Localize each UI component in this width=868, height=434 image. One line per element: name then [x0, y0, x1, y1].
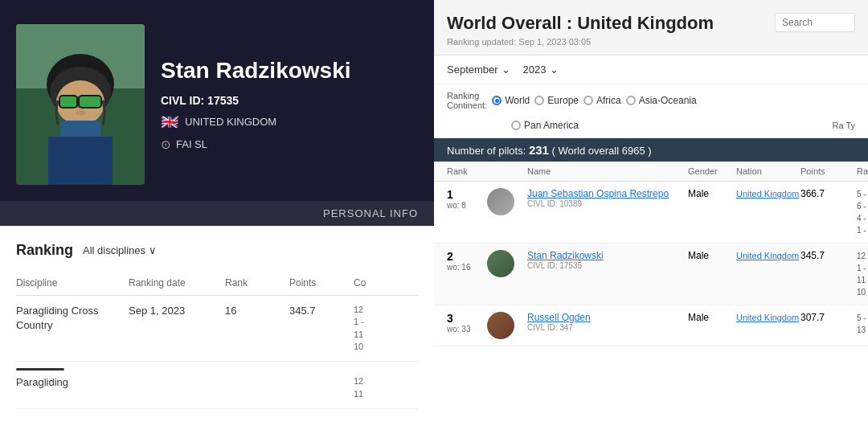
table-row: 1 wo: 8 Juan Sebastian Ospina Restrepo C… [434, 182, 868, 244]
nation-cell-1: United Kingdom [736, 188, 800, 199]
col-rankr-header: Rank / R [857, 166, 868, 176]
pilot-avatar-3 [487, 312, 514, 339]
ranking-title: Ranking [16, 242, 73, 259]
ranking-date-cell: Sep 1, 2023 [129, 304, 225, 318]
ranking-table-header: Discipline Ranking date Rank Points Co [16, 272, 418, 296]
radio-africa-dot[interactable] [583, 96, 593, 105]
ranking-section: Ranking All disciplines ∨ Discipline Ran… [0, 226, 434, 434]
col-nation-header: Nation [736, 166, 800, 176]
chevron-down-icon-2: ⌄ [550, 63, 559, 76]
avatar-cell-2 [487, 250, 527, 277]
country-row: 🇬🇧 UNITED KINGDOM [161, 113, 410, 131]
points-cell-1: 366.7 [800, 188, 857, 199]
radio-europe[interactable]: Europe [534, 95, 579, 106]
svg-rect-13 [48, 137, 113, 185]
extras-cell: 12 1 - 11 10 [354, 304, 402, 354]
name-cell-1: Juan Sebastian Ospina Restrepo CIVL ID: … [527, 188, 688, 208]
svg-rect-7 [79, 96, 101, 108]
rank-details-3: 5 - 105.0 13 - 93.4 [857, 312, 868, 336]
points-cell: 345.7 [289, 304, 354, 318]
check-icon: ⊙ [161, 137, 171, 152]
pilot-count-bar: Number of pilots: 231 ( World overall 69… [434, 138, 868, 162]
radio-pan-dot[interactable] [511, 121, 521, 130]
discipline-dropdown[interactable]: All disciplines ∨ [83, 244, 157, 256]
search-input[interactable] [775, 13, 855, 32]
points-cell-2: 345.7 [800, 250, 857, 261]
year-dropdown[interactable]: 2023 ⌄ [523, 63, 559, 76]
rank-cell-2: 2 wo: 16 [447, 250, 487, 272]
personal-info-bar[interactable]: PERSONAL INFO [0, 201, 434, 226]
right-table-header: Rank Name Gender Nation Points Rank / R [434, 162, 868, 182]
rank-type-label: Ra Ty [832, 121, 855, 130]
ranking-continent-label: RankingContinent: [447, 91, 487, 110]
radio-group: RankingContinent: World Europe Africa As… [434, 84, 868, 138]
avatar [16, 24, 145, 185]
right-panel: World Overall : United Kingdom Ranking u… [434, 0, 868, 434]
col-points-header: Points [800, 166, 857, 176]
nation-link-3[interactable]: United Kingdom [736, 312, 800, 323]
extras-cell-2: 12 11 [354, 375, 402, 400]
svg-point-11 [76, 109, 85, 116]
name-cell-3: Russell Ogden CIVL ID: 347 [527, 312, 688, 332]
points-cell-3: 307.7 [800, 312, 857, 323]
gender-cell-2: Male [688, 250, 736, 261]
nation-link-2[interactable]: United Kingdom [736, 250, 800, 261]
rank-details-1: 5 - 104.2 6 - 102.6 4 - 83.8 1 - 76.1 [857, 188, 868, 236]
rank-cell-3: 3 wo: 33 [447, 312, 487, 334]
right-subtitle: Ranking updated: Sep 1, 2023 03:05 [447, 37, 714, 47]
radio-africa[interactable]: Africa [583, 95, 621, 106]
col-avatar-header [487, 166, 527, 176]
pilot-avatar-2 [487, 250, 514, 277]
pilot-name-link-2[interactable]: Stan Radzikowski [527, 250, 688, 261]
rank-cell-1: 1 wo: 8 [447, 188, 487, 210]
right-table-body: 1 wo: 8 Juan Sebastian Ospina Restrepo C… [434, 182, 868, 434]
gender-cell-3: Male [688, 312, 736, 323]
col-rank: Rank [225, 276, 289, 290]
pilot-name-link-1[interactable]: Juan Sebastian Ospina Restrepo [527, 188, 688, 199]
discipline-cell: Paragliding Cross Country [16, 304, 129, 333]
col-name-header: Name [527, 166, 688, 176]
right-title: World Overall : United Kingdom [447, 13, 714, 34]
nation-link-1[interactable]: United Kingdom [736, 188, 800, 199]
table-row: Paragliding Cross Country Sep 1, 2023 16… [16, 296, 418, 362]
profile-info: Stan Radzikowski CIVL ID: 17535 🇬🇧 UNITE… [161, 57, 410, 152]
col-discipline: Discipline [16, 276, 129, 290]
gender-cell-1: Male [688, 188, 736, 199]
pilot-avatar-1 [487, 188, 514, 215]
discipline-cell-2: Paragliding [16, 375, 129, 390]
month-dropdown[interactable]: September ⌄ [447, 63, 510, 76]
chevron-down-icon: ⌄ [502, 63, 510, 76]
radio-asia-dot[interactable] [626, 96, 636, 105]
rank-cell: 16 [225, 304, 289, 318]
profile-header: Stan Radzikowski CIVL ID: 17535 🇬🇧 UNITE… [0, 0, 434, 201]
ranking-header: Ranking All disciplines ∨ [16, 242, 418, 259]
table-row: 3 wo: 33 Russell Ogden CIVL ID: 347 Male… [434, 305, 868, 346]
left-panel: Stan Radzikowski CIVL ID: 17535 🇬🇧 UNITE… [0, 0, 434, 434]
nation-cell-2: United Kingdom [736, 250, 800, 261]
right-header: World Overall : United Kingdom Ranking u… [434, 0, 868, 55]
uk-flag-icon: 🇬🇧 [161, 113, 178, 131]
table-row-2: Paragliding 12 11 [16, 371, 418, 409]
profile-name: Stan Radzikowski [161, 57, 410, 84]
radio-pan-america[interactable]: Pan America [511, 120, 579, 131]
name-cell-2: Stan Radzikowski CIVL ID: 17535 [527, 250, 688, 270]
controls-row: September ⌄ 2023 ⌄ [434, 55, 868, 84]
radio-europe-dot[interactable] [534, 96, 544, 105]
civl-id: CIVL ID: 17535 [161, 94, 410, 107]
svg-rect-6 [59, 96, 77, 108]
avatar-cell-3 [487, 312, 527, 339]
nation-cell-3: United Kingdom [736, 312, 800, 323]
col-ranking-date: Ranking date [129, 276, 225, 290]
table-row: 2 wo: 16 Stan Radzikowski CIVL ID: 17535… [434, 244, 868, 305]
fai-row: ⊙ FAI SL [161, 137, 410, 152]
radio-world[interactable]: World [492, 95, 530, 106]
col-gender-header: Gender [688, 166, 736, 176]
col-rank-header: Rank [447, 166, 487, 176]
pilot-name-link-3[interactable]: Russell Ogden [527, 312, 688, 323]
col-points: Points [289, 276, 354, 290]
radio-world-dot[interactable] [492, 96, 502, 105]
rank-details-2: 12 - 94.8 1 - 88.0 11 - 83.2 10 - 79.7 [857, 250, 868, 298]
avatar-cell-1 [487, 188, 527, 215]
col-co: Co [354, 276, 402, 290]
radio-asia-oceania[interactable]: Asia-Oceania [626, 95, 697, 106]
